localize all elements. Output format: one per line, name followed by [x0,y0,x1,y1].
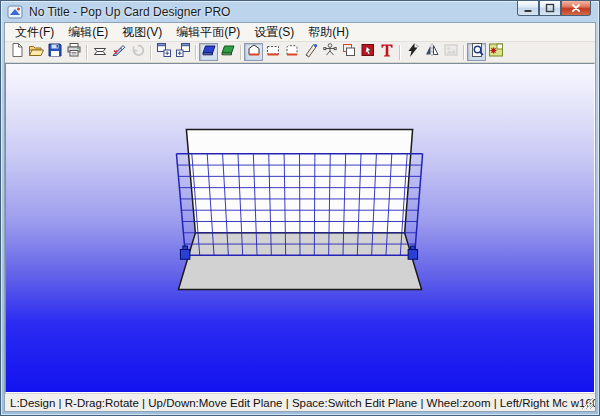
close-button[interactable] [561,1,591,16]
view-3d-icon [201,42,217,62]
texture-icon [488,42,504,62]
menu-item-settings[interactable]: 设置(S) [247,23,301,42]
toolbar-button-arrange-order[interactable] [339,43,358,61]
titlebar: No Title - Pop Up Card Designer PRO [1,1,599,22]
toolbar-button-save[interactable] [45,43,64,61]
text-tool-icon [379,42,395,62]
toolbar-separator [240,45,241,60]
toolbar-button-text-tool[interactable] [377,43,396,61]
new-document-icon [9,42,25,62]
toolbar-button-card-fold[interactable] [90,43,109,61]
card-3d-scene [6,64,594,392]
menu-item-file[interactable]: 文件(F) [8,23,61,42]
menubar: 文件(F)编辑(E)视图(V)编辑平面(P)设置(S)帮助(H) [5,23,595,42]
toolbar-button-mirror[interactable] [422,43,441,61]
maximize-button[interactable] [539,1,561,16]
toolbar-button-polygon-select[interactable] [244,43,263,61]
toolbar-button-undo[interactable] [128,43,147,61]
preview-icon [469,42,485,62]
minimize-icon [521,1,535,15]
image-tool-icon [443,42,459,62]
fold-handle-left[interactable] [180,246,189,259]
toolbar-button-node-edit[interactable] [320,43,339,61]
toolbar-button-pen-tool[interactable] [301,43,320,61]
app-window: No Title - Pop Up Card Designer PRO 文件(F… [0,0,600,416]
delete-region-icon [360,42,376,62]
mirror-icon [424,42,440,62]
toolbar-button-cut-fold[interactable] [109,43,128,61]
menu-item-view[interactable]: 视图(V) [115,23,169,42]
quick-cut-icon [405,42,421,62]
pen-tool-icon [303,42,319,62]
toolbar-button-tile-window-b[interactable] [173,43,192,61]
toolbar-separator [195,45,196,60]
toolbar-button-rect-select[interactable] [263,43,282,61]
toolbar-button-view-2d[interactable] [218,43,237,61]
view-2d-icon [220,42,236,62]
menu-item-edit[interactable]: 编辑(E) [61,23,115,42]
card-fold-icon [92,42,108,62]
cut-fold-icon [111,42,127,62]
toolbar-separator [399,45,400,60]
open-folder-icon [28,42,44,62]
toolbar-button-open[interactable] [26,43,45,61]
toolbar-separator [86,45,87,60]
arch-select-icon [284,42,300,62]
window-controls [517,1,591,16]
design-canvas[interactable] [5,63,595,393]
minimize-button[interactable] [517,1,539,16]
toolbar-button-view-3d[interactable] [199,43,218,61]
tile-window-a-icon [156,42,172,62]
app-icon [7,4,23,20]
arrange-order-icon [341,42,357,62]
statusbar: L:Design | R-Drag:Rotate | Up/Down:Move … [5,393,595,411]
menu-item-edit-plane[interactable]: 编辑平面(P) [169,23,247,42]
window-title: No Title - Pop Up Card Designer PRO [29,5,230,19]
toolbar-separator [150,45,151,60]
toolbar-button-new[interactable] [7,43,26,61]
save-icon [47,42,63,62]
tile-window-b-icon [175,42,191,62]
toolbar-button-arch-select[interactable] [282,43,301,61]
toolbar-button-delete-region[interactable] [358,43,377,61]
close-icon [569,1,583,15]
toolbar-button-image-tool[interactable] [441,43,460,61]
undo-icon [130,42,146,62]
print-icon [66,42,82,62]
polygon-select-icon [246,42,262,62]
toolbar-button-print[interactable] [64,43,83,61]
maximize-icon [543,1,557,15]
resize-grip[interactable] [581,397,594,410]
node-edit-icon [322,42,338,62]
client-area: 文件(F)编辑(E)视图(V)编辑平面(P)设置(S)帮助(H) L:Desig… [4,22,596,412]
rect-select-icon [265,42,281,62]
toolbar-button-texture[interactable] [486,43,505,61]
status-text: L:Design | R-Drag:Rotate | Up/Down:Move … [10,397,595,409]
menu-item-help[interactable]: 帮助(H) [301,23,356,42]
toolbar-button-tile-window-a[interactable] [154,43,173,61]
toolbar [5,42,595,63]
toolbar-separator [463,45,464,60]
toolbar-button-preview[interactable] [467,43,486,61]
toolbar-button-quick-cut[interactable] [403,43,422,61]
